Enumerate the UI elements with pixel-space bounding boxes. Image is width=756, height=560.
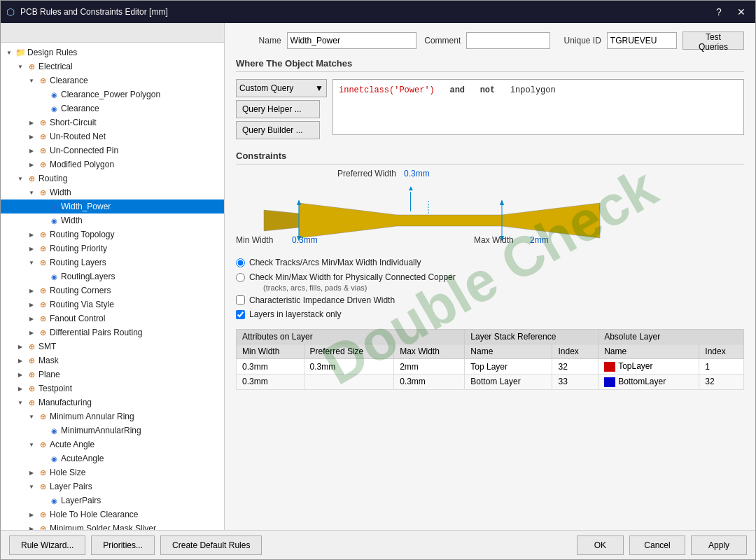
tree-item-routing-corners[interactable]: ▶⊕Routing Corners (1, 284, 224, 298)
name-row: Name Comment Unique ID Test Queries (236, 31, 744, 50)
tree-item-smt[interactable]: ▶⊕SMT (1, 340, 224, 354)
svg-marker-1 (297, 200, 301, 205)
tree-item-routing-priority[interactable]: ▶⊕Routing Priority (1, 241, 224, 255)
tree-item-min-solder-mask[interactable]: ▶⊕Minimum Solder Mask Sliver (1, 522, 224, 530)
cell-max-0: 2mm (394, 359, 465, 374)
tree-item-width[interactable]: ◉Width (1, 214, 224, 227)
query-builder-button[interactable]: Query Builder ... (236, 121, 320, 139)
tree-label-manufacturing: Manufacturing (38, 398, 92, 407)
code-innetclass: innetclass('Power') (339, 85, 435, 95)
tree-expand-routing-priority[interactable]: ▶ (26, 246, 37, 252)
tree-expand-diff-pairs[interactable]: ▶ (26, 330, 37, 336)
tree-item-routing-layers[interactable]: ▼⊕Routing Layers (1, 255, 224, 270)
tree-item-electrical[interactable]: ▼⊕Electrical (1, 59, 224, 74)
radio-connected[interactable] (236, 273, 245, 282)
tree-item-width-group[interactable]: ▼⊕Width (1, 186, 224, 200)
name-input[interactable] (287, 32, 416, 49)
tree-expand-unconnected-pin[interactable]: ▶ (26, 148, 37, 154)
tree-expand-unrouted-net[interactable]: ▶ (26, 134, 37, 140)
priorities-button[interactable]: Priorities... (91, 536, 155, 555)
window-title: PCB Rules and Constraints Editor [mm] (20, 7, 705, 17)
tree-expand-routing-corners[interactable]: ▶ (26, 288, 37, 294)
cancel-button[interactable]: Cancel (629, 536, 685, 555)
close-button[interactable]: ✕ (733, 4, 750, 20)
tree-item-acute-angle-leaf[interactable]: ◉AcuteAngle (1, 451, 224, 465)
tree-expand-electrical[interactable]: ▼ (15, 64, 26, 70)
tree-expand-mask[interactable]: ▶ (15, 358, 26, 364)
left-panel: ▼📁Design Rules▼⊕Electrical▼⊕Clearance◉Cl… (1, 23, 225, 530)
tree-item-hole-to-hole[interactable]: ▶⊕Hole To Hole Clearance (1, 507, 224, 522)
query-code-area[interactable]: innetclass('Power') and not inpolygon (332, 79, 744, 135)
tree-item-layer-pairs-leaf[interactable]: ◉LayerPairs (1, 493, 224, 507)
tree-item-routing-layers-leaf[interactable]: ◉RoutingLayers (1, 270, 224, 284)
tree-item-hole-size[interactable]: ▶⊕Hole Size (1, 465, 224, 479)
tree-item-diff-pairs[interactable]: ▶⊕Differential Pairs Routing (1, 326, 224, 340)
tree-expand-plane[interactable]: ▶ (15, 372, 26, 378)
tree-item-plane[interactable]: ▶⊕Plane (1, 368, 224, 382)
tree-expand-routing-topology[interactable]: ▶ (26, 232, 37, 238)
cell-abs-color-0: TopLayer (598, 359, 699, 374)
tree-expand-routing[interactable]: ▼ (15, 176, 26, 182)
col-min-width: Min Width (237, 344, 304, 359)
ok-button[interactable]: OK (577, 536, 624, 555)
tree-item-fanout-control[interactable]: ▶⊕Fanout Control (1, 312, 224, 326)
uid-input[interactable] (607, 32, 677, 49)
tree-item-unrouted-net[interactable]: ▶⊕Un-Routed Net (1, 130, 224, 144)
rule-wizard-button[interactable]: Rule Wizard... (9, 536, 85, 555)
tree-item-min-annular[interactable]: ▼⊕Minimum Annular Ring (1, 410, 224, 424)
tree-item-routing[interactable]: ▼⊕Routing (1, 172, 224, 186)
tree-item-routing-topology[interactable]: ▶⊕Routing Topology (1, 227, 224, 241)
tree-item-design-rules[interactable]: ▼📁Design Rules (1, 46, 224, 59)
radio-2-label: Check Min/Max Width for Physically Conne… (249, 272, 456, 282)
query-buttons: Custom Query ▼ Query Helper ... Query Bu… (236, 79, 327, 139)
tree-icon-routing-topology: ⊕ (37, 230, 48, 239)
query-helper-button[interactable]: Query Helper ... (236, 100, 320, 118)
tree-item-mask[interactable]: ▶⊕Mask (1, 354, 224, 368)
tree-item-min-annular-leaf[interactable]: ◉MinimumAnnularRing (1, 424, 224, 438)
tree-item-manufacturing[interactable]: ▼⊕Manufacturing (1, 396, 224, 410)
tree-expand-width-group[interactable]: ▼ (26, 190, 37, 196)
tree-item-testpoint[interactable]: ▶⊕Testpoint (1, 382, 224, 396)
tree-item-modified-polygon[interactable]: ▶⊕Modified Polygon (1, 158, 224, 172)
tree-expand-testpoint[interactable]: ▶ (15, 386, 26, 392)
comment-input[interactable] (466, 32, 550, 49)
tree-expand-short-circuit[interactable]: ▶ (26, 120, 37, 126)
tree-item-acute-angle[interactable]: ▼⊕Acute Angle (1, 438, 224, 451)
tree-item-layer-pairs[interactable]: ▼⊕Layer Pairs (1, 479, 224, 493)
code-and: and (449, 85, 465, 95)
help-button[interactable]: ? (710, 4, 727, 20)
tree-item-clearance-group[interactable]: ▼⊕Clearance (1, 74, 224, 88)
tree-item-routing-via-style[interactable]: ▶⊕Routing Via Style (1, 298, 224, 312)
tree-expand-smt[interactable]: ▶ (15, 344, 26, 350)
checkbox-layerstack[interactable] (236, 310, 245, 319)
tree-expand-modified-polygon[interactable]: ▶ (26, 162, 37, 168)
tree-expand-hole-size[interactable]: ▶ (26, 470, 37, 476)
tree-expand-clearance-group[interactable]: ▼ (26, 78, 37, 84)
tree-expand-manufacturing[interactable]: ▼ (15, 400, 26, 406)
tree-icon-width-group: ⊕ (37, 188, 48, 197)
tree-icon-clearance-group: ⊕ (37, 76, 48, 85)
query-dropdown[interactable]: Custom Query ▼ (236, 79, 327, 97)
tree-item-clearance-power[interactable]: ◉Clearance_Power Polygon (1, 88, 224, 102)
tree-item-clearance[interactable]: ◉Clearance (1, 102, 224, 115)
tree-expand-min-annular[interactable]: ▼ (26, 414, 37, 420)
tree-item-width-power[interactable]: ◉Width_Power (1, 200, 224, 214)
apply-button[interactable]: Apply (691, 536, 747, 555)
radio-individual[interactable] (236, 258, 245, 267)
tree-icon-hole-to-hole: ⊕ (37, 510, 48, 519)
tree-item-short-circuit[interactable]: ▶⊕Short-Circuit (1, 115, 224, 130)
tree-expand-acute-angle[interactable]: ▼ (26, 442, 37, 448)
test-queries-button[interactable]: Test Queries (682, 31, 744, 50)
tree-item-unconnected-pin[interactable]: ▶⊕Un-Connected Pin (1, 144, 224, 158)
checkbox-impedance[interactable] (236, 295, 245, 304)
tree-label-min-annular-leaf: MinimumAnnularRing (61, 426, 141, 435)
tree-expand-design-rules[interactable]: ▼ (4, 50, 15, 56)
tree-expand-layer-pairs[interactable]: ▼ (26, 484, 37, 490)
tree-expand-routing-layers[interactable]: ▼ (26, 260, 37, 266)
create-default-button[interactable]: Create Default Rules (160, 536, 262, 555)
tree-expand-routing-via-style[interactable]: ▶ (26, 302, 37, 308)
group3-header: Absolute Layer (598, 330, 744, 344)
tree-icon-routing-layers-leaf: ◉ (48, 272, 59, 281)
tree-expand-hole-to-hole[interactable]: ▶ (26, 512, 37, 518)
tree-expand-fanout-control[interactable]: ▶ (26, 316, 37, 322)
